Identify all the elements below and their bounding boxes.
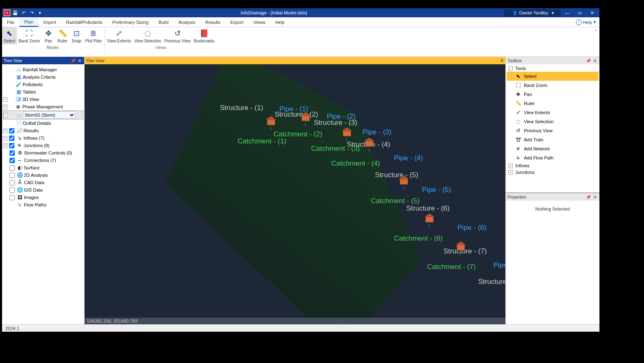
inflow-node-icon[interactable]: ↓ [300, 113, 316, 124]
help-link[interactable]: Help▾ [576, 19, 596, 25]
inflow-node-icon[interactable]: ↓ [363, 138, 379, 150]
canvas-struct-label[interactable]: Structure - (6) [406, 204, 450, 213]
expand-icon[interactable]: + [508, 164, 513, 168]
tree-checkbox[interactable] [9, 165, 15, 171]
tree-pollutants[interactable]: 🧪Pollutants [3, 81, 83, 88]
toolbox-group-inflows[interactable]: +Inflows [507, 162, 599, 169]
ribbon-collapse-icon[interactable]: ⌃ [594, 29, 598, 34]
canvas-catch-label[interactable]: Catchment - (4) [331, 159, 380, 168]
ribbon-bookmarks-button[interactable]: 📕Bookmarks [192, 27, 216, 44]
tree-checkbox[interactable] [9, 128, 14, 133]
menu-views[interactable]: Views [248, 18, 270, 26]
tree-junctions[interactable]: +✳Junctions (8) [3, 142, 83, 149]
tree-surface[interactable]: ◐Surface [3, 164, 83, 171]
toolbox-addnetwork[interactable]: ✕Add Network [507, 144, 599, 153]
canvas-catch-label[interactable]: Catchment - (7) [427, 263, 476, 271]
inflow-node-icon[interactable]: ↓ [424, 214, 439, 226]
menu-analysis[interactable]: Analysis [174, 18, 201, 26]
ribbon-pan-button[interactable]: ✥Pan [42, 27, 56, 44]
tree-outfall-details[interactable]: 📄Outfall Details [3, 119, 83, 127]
toolbox-group-junctions[interactable]: +Junctions [507, 169, 599, 176]
undo-icon[interactable]: ↶ [20, 9, 27, 16]
menu-preliminarysizing[interactable]: Preliminary Sizing [107, 18, 153, 26]
toolbox-group-tools[interactable]: −Tools [507, 65, 599, 72]
expander-icon[interactable]: + [3, 97, 7, 102]
toolbox-addflowpath[interactable]: ↳Add Flow Path [507, 153, 599, 162]
expander-icon[interactable]: + [3, 143, 7, 148]
expander-icon[interactable]: + [3, 136, 7, 141]
inflow-node-icon[interactable]: ↓ [341, 128, 357, 140]
tree-3d-view[interactable]: +🧊3D View [3, 96, 83, 103]
ribbon-snap-button[interactable]: ⊡Snap [70, 27, 84, 44]
tree-tables[interactable]: ▦Tables [3, 88, 83, 96]
expander-icon[interactable]: + [3, 129, 7, 133]
canvas-pipe-label[interactable]: Pipe - (6) [458, 224, 486, 232]
tree-checkbox[interactable] [9, 136, 14, 141]
menu-file[interactable]: File [2, 18, 19, 26]
canvas-pipe-label[interactable]: Pipe - (7) [493, 261, 505, 269]
tree-checkbox[interactable] [9, 187, 15, 193]
tree-body[interactable]: ☁️Rainfall Manager ▦Analysis Criteria 🧪P… [2, 64, 84, 324]
close-button[interactable]: ✕ [586, 9, 598, 17]
toolbox-viewextents[interactable]: ⤢View Extents [507, 108, 599, 117]
toolbox-pan[interactable]: ✥Pan [507, 90, 599, 99]
tree-checkbox[interactable] [9, 150, 15, 156]
tree-2d-analysis[interactable]: 🌀2D Analysis [3, 171, 83, 179]
pin-icon[interactable]: 📌 [585, 59, 592, 63]
menu-help[interactable]: Help [270, 18, 290, 26]
pin-icon[interactable]: 📌 [585, 195, 592, 199]
inflow-node-icon[interactable]: ↓ [265, 117, 281, 129]
maximize-button[interactable]: ▭ [574, 9, 585, 17]
tree-storm-select[interactable]: −🌧️Storm01 (Storm) [3, 110, 83, 119]
ribbon-prevview-button[interactable]: ↺Previous View [163, 27, 192, 44]
expander-icon[interactable]: − [3, 113, 8, 117]
plan-canvas[interactable]: Structure - (1)Pipe - (1)Structure - (2)… [85, 64, 505, 318]
tree-checkbox[interactable] [9, 195, 15, 200]
tree-stormwater-controls[interactable]: ⚙Stormwater Controls (0) [3, 149, 83, 157]
ribbon-plotplan-button[interactable]: 🗎Plot Plan [84, 27, 104, 44]
save-icon[interactable]: 💾 [12, 9, 19, 16]
canvas-catch-label[interactable]: Catchment - (6) [394, 234, 443, 243]
tree-gis-data[interactable]: 🌐GIS Data [3, 186, 83, 194]
menu-plan[interactable]: Plan [19, 18, 38, 27]
tree-checkbox[interactable] [9, 173, 15, 178]
collapse-icon[interactable]: − [508, 66, 513, 71]
tree-inflows[interactable]: +↘Inflows (7) [3, 134, 83, 142]
canvas-struct-label[interactable]: Structure - (1) [220, 104, 263, 112]
menu-rainfallpollutants[interactable]: Rainfall/Pollutants [61, 18, 107, 26]
ribbon-ruler-button[interactable]: 📏Ruler [56, 27, 70, 44]
toolbox-bandzoom[interactable]: ⛶Band Zoom [507, 81, 599, 90]
tree-analysis-criteria[interactable]: ▦Analysis Criteria [3, 73, 83, 81]
close-icon[interactable]: ✕ [592, 195, 598, 199]
tree-checkbox[interactable] [9, 158, 15, 163]
tree-phase-management[interactable]: +≣Phase Management [3, 103, 83, 110]
storm-dropdown[interactable]: Storm01 (Storm) [23, 111, 75, 119]
redo-icon[interactable]: ↷ [28, 9, 35, 16]
tree-connections[interactable]: ↔Connections (7) [3, 157, 83, 164]
tree-checkbox[interactable] [9, 143, 14, 148]
minimize-button[interactable]: — [561, 9, 573, 17]
canvas-pipe-label[interactable]: Pipe - (5) [422, 186, 451, 194]
tree-results[interactable]: +📈Results [3, 127, 83, 134]
qat-more-icon[interactable]: ▾ [37, 9, 43, 16]
tree-images[interactable]: 🖼Images [3, 194, 83, 201]
close-icon[interactable]: ✕ [77, 59, 83, 63]
app-icon[interactable]: I [4, 9, 10, 16]
expand-icon[interactable]: + [508, 170, 513, 175]
canvas-catch-label[interactable]: Catchment - (1) [238, 137, 286, 145]
close-icon[interactable]: ✕ [592, 59, 598, 63]
pin-icon[interactable]: 📌 [69, 59, 77, 63]
menu-import[interactable]: Import [38, 18, 61, 26]
menu-export[interactable]: Export [225, 18, 248, 26]
toolbox-ruler[interactable]: 📏Ruler [507, 99, 599, 108]
toolbox-select[interactable]: ⬉Select [507, 72, 599, 81]
tree-checkbox[interactable] [9, 180, 15, 185]
canvas-catch-label[interactable]: Catchment - (5) [371, 197, 420, 205]
ribbon-bandzoom-button[interactable]: ⛶Band Zoom [17, 27, 42, 44]
close-icon[interactable]: ✕ [500, 58, 504, 63]
canvas-struct-label[interactable]: Structure - (3) [314, 119, 357, 127]
tree-cad-data[interactable]: ÅCAD Data [3, 179, 83, 186]
inflow-node-icon[interactable]: ↓ [455, 242, 471, 254]
menu-results[interactable]: Results [200, 18, 225, 26]
toolbox-viewsel[interactable]: ◌View Selection [507, 117, 599, 126]
